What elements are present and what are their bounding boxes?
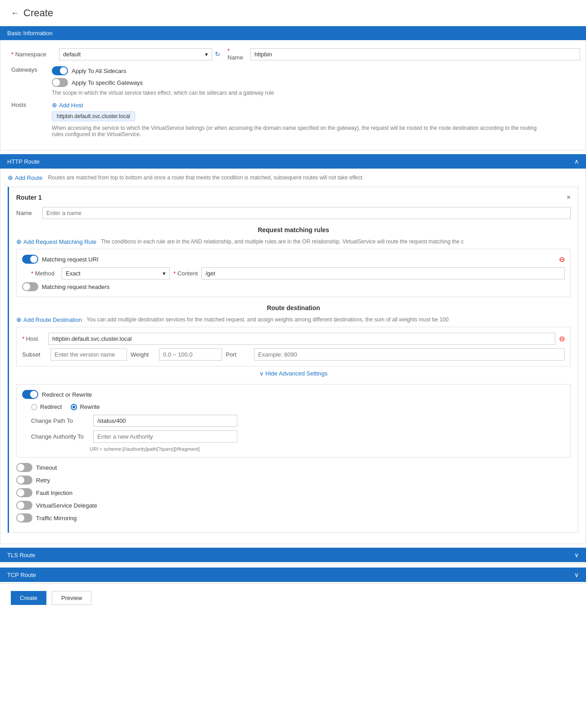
hosts-row: Hosts ⊕ Add Host httpbin.default.svc.clu… — [11, 101, 575, 137]
headers-toggle[interactable] — [22, 282, 38, 291]
method-label: * Method — [31, 270, 58, 277]
dest-host-input[interactable] — [48, 333, 555, 345]
preview-button[interactable]: Preview — [52, 591, 91, 605]
router-card-title: Router 1 — [16, 194, 42, 201]
retry-row: Retry — [16, 476, 571, 485]
gateway-toggle2-wrap: Apply To specific Gateways — [52, 78, 274, 87]
add-matching-rule-row: ⊕ Add Request Matching Rule The conditio… — [16, 238, 571, 245]
route-dest-title: Route destination — [16, 304, 571, 311]
http-route-header[interactable]: HTTP Route ∧ — [0, 154, 586, 169]
rewrite-radio-circle — [71, 404, 77, 410]
timeout-toggle[interactable] — [16, 463, 32, 472]
page-header: ← Create — [0, 0, 586, 26]
namespace-name-row: * Namespace default ▾ ↻ * Name — [11, 47, 575, 61]
tls-route-header[interactable]: TLS Route ∨ — [0, 548, 586, 562]
fault-injection-label: Fault Injection — [36, 490, 73, 496]
vs-delegate-label: VirtualService Delegate — [36, 502, 97, 509]
dest-port-label: Port — [226, 351, 250, 358]
add-matching-rule-link[interactable]: ⊕ Add Request Matching Rule — [16, 238, 96, 245]
add-route-link[interactable]: ⊕ Add Route — [8, 174, 42, 181]
host-tag: httpbin.default.svc.cluster.local — [52, 111, 135, 121]
namespace-select[interactable]: default ▾ — [59, 48, 212, 60]
namespace-label: * Namespace — [11, 51, 52, 58]
redirect-radio-circle — [31, 404, 37, 410]
router-name-input[interactable] — [42, 207, 571, 219]
remove-uri-rule-button[interactable]: ⊖ — [559, 255, 565, 264]
dest-subset-input[interactable] — [50, 348, 127, 361]
traffic-mirroring-toggle[interactable] — [16, 513, 32, 522]
uri-hint: URI = scheme:[//authority]path[?query][#… — [90, 446, 565, 452]
change-authority-input[interactable] — [93, 430, 237, 443]
retry-toggle[interactable] — [16, 476, 32, 485]
gateways-options: Apply To All Sidecars Apply To specific … — [52, 66, 274, 96]
tcp-route-chevron: ∨ — [574, 571, 579, 578]
gateway-toggle1-wrap: Apply To All Sidecars — [52, 66, 274, 75]
gateway-hint: The scope in which the virtual service t… — [52, 90, 274, 96]
dest-weight-input[interactable] — [159, 348, 222, 361]
fault-injection-toggle[interactable] — [16, 488, 32, 497]
hosts-label: Hosts — [11, 101, 52, 108]
refresh-icon[interactable]: ↻ — [215, 50, 220, 58]
gateway-toggle1-label: Apply To All Sidecars — [72, 68, 126, 74]
request-matching-title: Request matching rules — [16, 226, 571, 234]
rr-header: Redirect or Rewrite — [22, 390, 565, 399]
change-authority-label: Change Authority To — [31, 433, 90, 440]
add-host-link[interactable]: ⊕ Add Host — [52, 101, 83, 109]
retry-label: Retry — [36, 477, 50, 484]
tls-route-body — [0, 562, 586, 564]
headers-toggle-row: Matching request headers — [22, 282, 565, 291]
change-path-row: Change Path To — [31, 415, 565, 427]
dest-subset-row: Subset Weight Port — [22, 348, 565, 361]
matching-rule-box: Matching request URI ⊖ * Method Exact ▾ … — [16, 249, 571, 297]
content-input[interactable] — [201, 267, 565, 279]
name-input[interactable] — [250, 48, 580, 60]
tcp-route-header[interactable]: TCP Route ∨ — [0, 568, 586, 582]
matching-rule-hint: The conditions in each rule are in the A… — [101, 238, 571, 245]
fault-injection-row: Fault Injection — [16, 488, 571, 497]
http-route-label: HTTP Route — [7, 158, 40, 165]
dest-subset-label: Subset — [22, 351, 47, 358]
hosts-content: ⊕ Add Host httpbin.default.svc.cluster.l… — [52, 101, 547, 137]
redirect-rewrite-section: Redirect or Rewrite Redirect Rewrite Cha… — [16, 384, 571, 458]
change-path-input[interactable] — [93, 415, 237, 427]
uri-toggle-row: Matching request URI ⊖ — [22, 255, 565, 264]
dest-port-input[interactable] — [254, 348, 565, 361]
gateways-row: Gateways Apply To All Sidecars Apply To … — [11, 66, 575, 96]
redirect-radio-label: Redirect — [40, 403, 62, 410]
method-select[interactable]: Exact ▾ — [62, 267, 170, 279]
uri-toggle-label: Matching request URI — [42, 256, 99, 263]
timeout-row: Timeout — [16, 463, 571, 472]
basic-info-body: * Namespace default ▾ ↻ * Name Gateways … — [0, 40, 586, 151]
redirect-rewrite-label: Redirect or Rewrite — [42, 391, 92, 398]
gateways-label: Gateways — [11, 66, 52, 73]
change-path-label: Change Path To — [31, 417, 90, 424]
change-authority-row: Change Authority To — [31, 430, 565, 443]
rewrite-radio[interactable]: Rewrite — [71, 403, 100, 410]
router-name-label: Name — [16, 210, 39, 216]
hide-advanced-toggle[interactable]: ∨ Hide Advanced Settings — [16, 366, 571, 380]
method-content-row: * Method Exact ▾ * Content — [22, 267, 565, 279]
add-dest-link[interactable]: ⊕ Add Route Destination — [16, 316, 82, 323]
create-button[interactable]: Create — [11, 591, 46, 605]
redirect-rewrite-toggle[interactable] — [22, 390, 38, 399]
redirect-radio[interactable]: Redirect — [31, 403, 62, 410]
router-close-button[interactable]: × — [567, 193, 571, 201]
name-label: * Name — [227, 47, 247, 61]
vs-delegate-toggle[interactable] — [16, 501, 32, 510]
dest-host-row: * Host ⊖ — [22, 333, 565, 345]
gateway-toggle1[interactable] — [52, 66, 68, 75]
dest-box: * Host ⊖ Subset Weight Port — [16, 327, 571, 366]
back-button[interactable]: ← — [11, 9, 19, 18]
basic-info-header[interactable]: Basic Information — [0, 26, 586, 40]
traffic-mirroring-label: Traffic Mirroring — [36, 515, 77, 522]
router-name-row: Name — [16, 207, 571, 219]
gateway-toggle2[interactable] — [52, 78, 68, 87]
basic-info-label: Basic Information — [7, 30, 52, 37]
gateway-toggle2-label: Apply To specific Gateways — [72, 79, 143, 86]
hosts-hint: When accessing the service to which the … — [52, 125, 547, 137]
add-dest-row: ⊕ Add Route Destination You can add mult… — [16, 316, 571, 323]
headers-toggle-label: Matching request headers — [42, 284, 109, 290]
uri-toggle[interactable] — [22, 255, 38, 264]
router-card-header: Router 1 × — [16, 193, 571, 201]
remove-dest-button[interactable]: ⊖ — [559, 334, 565, 343]
